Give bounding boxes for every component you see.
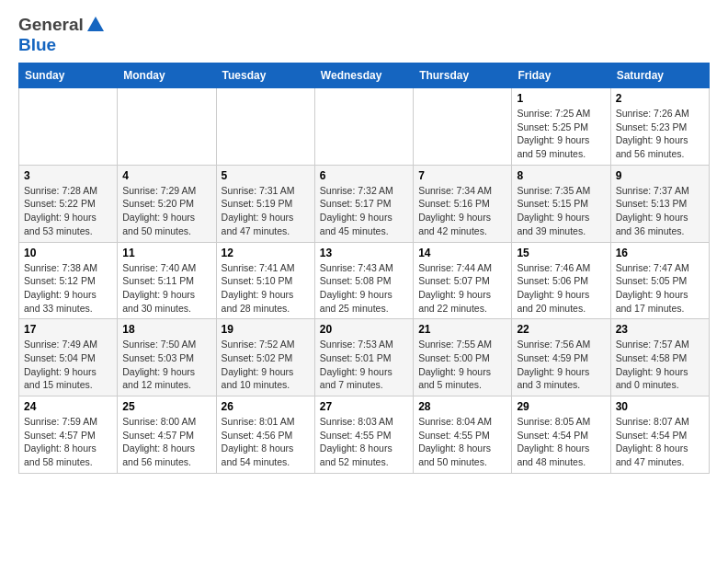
day-cell: 4Sunrise: 7:29 AM Sunset: 5:20 PM Daylig… [118,165,216,242]
day-cell [118,88,216,166]
weekday-header-tuesday: Tuesday [216,63,314,88]
day-cell: 19Sunrise: 7:52 AM Sunset: 5:02 PM Dayli… [216,319,314,396]
day-info: Sunrise: 8:04 AM Sunset: 4:55 PM Dayligh… [418,415,506,469]
day-cell: 18Sunrise: 7:50 AM Sunset: 5:03 PM Dayli… [118,319,216,396]
day-info: Sunrise: 7:41 AM Sunset: 5:10 PM Dayligh… [222,261,310,316]
day-cell: 26Sunrise: 8:01 AM Sunset: 4:56 PM Dayli… [216,396,314,474]
day-cell: 13Sunrise: 7:43 AM Sunset: 5:08 PM Dayli… [314,242,413,319]
day-number: 8 [517,169,605,182]
day-info: Sunrise: 7:52 AM Sunset: 5:02 PM Dayligh… [222,338,310,392]
day-cell: 8Sunrise: 7:35 AM Sunset: 5:15 PM Daylig… [512,165,610,242]
day-info: Sunrise: 7:53 AM Sunset: 5:01 PM Dayligh… [320,338,408,392]
page: General Blue SundayMondayTuesdayWednesda… [0,0,728,488]
day-cell: 22Sunrise: 7:56 AM Sunset: 4:59 PM Dayli… [512,319,610,396]
day-cell: 6Sunrise: 7:32 AM Sunset: 5:17 PM Daylig… [314,165,413,242]
day-cell: 3Sunrise: 7:28 AM Sunset: 5:22 PM Daylig… [19,165,118,242]
day-info: Sunrise: 8:07 AM Sunset: 4:54 PM Dayligh… [616,415,704,469]
day-info: Sunrise: 7:50 AM Sunset: 5:03 PM Dayligh… [122,338,210,392]
day-number: 25 [122,400,210,413]
day-number: 4 [122,169,210,182]
day-cell [19,88,118,166]
day-info: Sunrise: 7:38 AM Sunset: 5:12 PM Dayligh… [24,261,112,316]
weekday-header-row: SundayMondayTuesdayWednesdayThursdayFrid… [19,63,710,88]
day-number: 9 [616,169,704,182]
day-info: Sunrise: 7:49 AM Sunset: 5:04 PM Dayligh… [24,338,112,392]
day-cell: 20Sunrise: 7:53 AM Sunset: 5:01 PM Dayli… [314,319,413,396]
day-info: Sunrise: 8:00 AM Sunset: 4:57 PM Dayligh… [122,415,210,469]
week-row-2: 3Sunrise: 7:28 AM Sunset: 5:22 PM Daylig… [19,165,710,242]
day-cell [216,88,314,166]
day-info: Sunrise: 7:25 AM Sunset: 5:25 PM Dayligh… [517,107,605,161]
logo-general-text: General [18,15,84,35]
day-cell: 15Sunrise: 7:46 AM Sunset: 5:06 PM Dayli… [512,242,610,319]
day-cell [314,88,413,166]
day-info: Sunrise: 7:40 AM Sunset: 5:11 PM Dayligh… [122,261,210,316]
day-cell: 27Sunrise: 8:03 AM Sunset: 4:55 PM Dayli… [314,396,413,474]
day-cell: 29Sunrise: 8:05 AM Sunset: 4:54 PM Dayli… [512,396,610,474]
day-number: 12 [222,247,310,259]
day-number: 30 [616,400,704,413]
weekday-header-sunday: Sunday [19,63,118,88]
day-cell: 5Sunrise: 7:31 AM Sunset: 5:19 PM Daylig… [216,165,314,242]
day-number: 16 [616,247,704,259]
week-row-1: 1Sunrise: 7:25 AM Sunset: 5:25 PM Daylig… [19,88,710,166]
day-number: 29 [517,400,605,413]
day-info: Sunrise: 7:29 AM Sunset: 5:20 PM Dayligh… [122,184,210,238]
day-cell: 28Sunrise: 8:04 AM Sunset: 4:55 PM Dayli… [414,396,512,474]
day-cell: 7Sunrise: 7:34 AM Sunset: 5:16 PM Daylig… [414,165,512,242]
day-cell: 17Sunrise: 7:49 AM Sunset: 5:04 PM Dayli… [19,319,118,396]
day-cell: 10Sunrise: 7:38 AM Sunset: 5:12 PM Dayli… [19,242,118,319]
day-number: 28 [418,400,506,413]
day-cell: 16Sunrise: 7:47 AM Sunset: 5:05 PM Dayli… [610,242,709,319]
day-number: 23 [616,323,704,336]
logo-blue-text: Blue [18,35,56,54]
day-info: Sunrise: 7:26 AM Sunset: 5:23 PM Dayligh… [616,107,704,161]
day-number: 7 [418,169,506,182]
day-info: Sunrise: 8:03 AM Sunset: 4:55 PM Dayligh… [320,415,408,469]
day-number: 26 [222,400,310,413]
day-number: 24 [24,400,112,413]
weekday-header-friday: Friday [512,63,610,88]
day-number: 6 [320,169,408,182]
day-info: Sunrise: 7:35 AM Sunset: 5:15 PM Dayligh… [517,184,605,238]
header: General Blue [18,15,710,55]
day-number: 17 [24,323,112,336]
day-number: 2 [616,92,704,105]
day-info: Sunrise: 7:32 AM Sunset: 5:17 PM Dayligh… [320,184,408,238]
day-info: Sunrise: 7:56 AM Sunset: 4:59 PM Dayligh… [517,338,605,392]
day-info: Sunrise: 7:43 AM Sunset: 5:08 PM Dayligh… [320,261,408,316]
day-cell: 25Sunrise: 8:00 AM Sunset: 4:57 PM Dayli… [118,396,216,474]
day-info: Sunrise: 7:55 AM Sunset: 5:00 PM Dayligh… [418,338,506,392]
day-number: 14 [418,247,506,259]
day-number: 20 [320,323,408,336]
day-cell: 14Sunrise: 7:44 AM Sunset: 5:07 PM Dayli… [414,242,512,319]
weekday-header-monday: Monday [118,63,216,88]
day-info: Sunrise: 7:34 AM Sunset: 5:16 PM Dayligh… [418,184,506,238]
weekday-header-wednesday: Wednesday [314,63,413,88]
day-number: 27 [320,400,408,413]
week-row-3: 10Sunrise: 7:38 AM Sunset: 5:12 PM Dayli… [19,242,710,319]
day-cell: 24Sunrise: 7:59 AM Sunset: 4:57 PM Dayli… [19,396,118,474]
day-cell: 2Sunrise: 7:26 AM Sunset: 5:23 PM Daylig… [610,88,709,166]
day-info: Sunrise: 8:05 AM Sunset: 4:54 PM Dayligh… [517,415,605,469]
day-cell: 9Sunrise: 7:37 AM Sunset: 5:13 PM Daylig… [610,165,709,242]
logo-icon [85,15,106,35]
calendar-table: SundayMondayTuesdayWednesdayThursdayFrid… [18,63,710,474]
day-info: Sunrise: 8:01 AM Sunset: 4:56 PM Dayligh… [222,415,310,469]
day-number: 18 [122,323,210,336]
day-cell [414,88,512,166]
day-number: 1 [517,92,605,105]
week-row-5: 24Sunrise: 7:59 AM Sunset: 4:57 PM Dayli… [19,396,710,474]
day-number: 15 [517,247,605,259]
weekday-header-saturday: Saturday [610,63,709,88]
day-number: 21 [418,323,506,336]
day-number: 22 [517,323,605,336]
day-info: Sunrise: 7:37 AM Sunset: 5:13 PM Dayligh… [616,184,704,238]
day-cell: 23Sunrise: 7:57 AM Sunset: 4:58 PM Dayli… [610,319,709,396]
day-cell: 21Sunrise: 7:55 AM Sunset: 5:00 PM Dayli… [414,319,512,396]
day-cell: 12Sunrise: 7:41 AM Sunset: 5:10 PM Dayli… [216,242,314,319]
logo: General Blue [18,15,106,55]
day-info: Sunrise: 7:31 AM Sunset: 5:19 PM Dayligh… [222,184,310,238]
day-number: 3 [24,169,112,182]
day-info: Sunrise: 7:44 AM Sunset: 5:07 PM Dayligh… [418,261,506,316]
